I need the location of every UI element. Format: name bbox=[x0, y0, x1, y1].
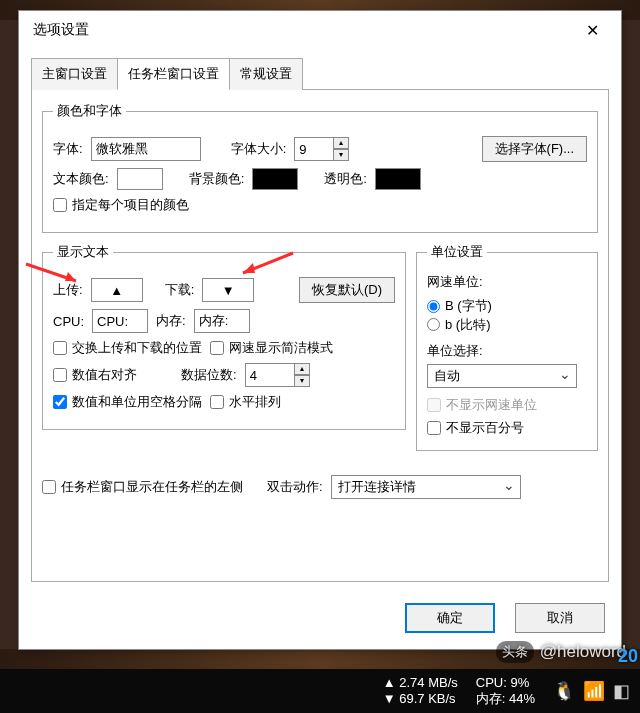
unit-byte-radio[interactable]: B (字节) bbox=[427, 297, 492, 315]
corner-number: 20 bbox=[618, 646, 638, 667]
right-align-checkbox[interactable]: 数值右对齐 bbox=[53, 366, 137, 384]
trans-color-label: 透明色: bbox=[324, 170, 367, 188]
font-size-label: 字体大小: bbox=[231, 140, 287, 158]
taskbar: ▲ 2.74 MB/s ▼ 69.7 KB/s CPU: 9% 内存: 44% … bbox=[0, 669, 640, 713]
digits-input[interactable] bbox=[245, 363, 295, 387]
double-click-label: 双击动作: bbox=[267, 478, 323, 496]
unit-select-label: 单位选择: bbox=[427, 342, 587, 360]
svg-marker-3 bbox=[243, 263, 255, 273]
taskbar-cpu: CPU: 9% bbox=[476, 675, 529, 691]
taskbar-sysinfo: CPU: 9% 内存: 44% bbox=[476, 675, 535, 707]
per-item-color-checkbox[interactable]: 指定每个项目的颜色 bbox=[53, 196, 189, 214]
cancel-button[interactable]: 取消 bbox=[515, 603, 605, 633]
watermark-prefix: 头条 bbox=[496, 641, 534, 663]
taskbar-netspeed: ▲ 2.74 MB/s ▼ 69.7 KB/s bbox=[383, 675, 458, 707]
taskbar-mem: 内存: 44% bbox=[476, 691, 535, 707]
cpu-input[interactable] bbox=[92, 309, 148, 333]
unit-bit-radio[interactable]: b (比特) bbox=[427, 316, 491, 334]
legend-color-font: 颜色和字体 bbox=[53, 102, 126, 120]
options-dialog: 选项设置 ✕ 主窗口设置 任务栏窗口设置 常规设置 颜色和字体 字体: 字体大小… bbox=[18, 10, 622, 650]
cpu-label: CPU: bbox=[53, 314, 84, 329]
swap-upload-download-checkbox[interactable]: 交换上传和下载的位置 bbox=[53, 339, 202, 357]
bg-color-swatch[interactable] bbox=[252, 168, 298, 190]
upload-label: 上传: bbox=[53, 281, 83, 299]
tab-taskbar-window[interactable]: 任务栏窗口设置 bbox=[117, 58, 230, 90]
unit-select[interactable]: 自动 bbox=[427, 364, 577, 388]
tab-panel: 颜色和字体 字体: 字体大小: ▴▾ 选择字体(F)... 文本颜色: bbox=[31, 90, 609, 582]
taskbar-download: ▼ 69.7 KB/s bbox=[383, 691, 456, 707]
fieldset-display-text: 显示文本 上传: 下载: 恢复默认(D) bbox=[42, 243, 406, 430]
font-input[interactable] bbox=[91, 137, 201, 161]
titlebar: 选项设置 ✕ bbox=[19, 11, 621, 49]
choose-font-button[interactable]: 选择字体(F)... bbox=[482, 136, 587, 162]
watermark-handle: @heloword bbox=[540, 642, 626, 662]
digits-label: 数据位数: bbox=[181, 366, 237, 384]
font-label: 字体: bbox=[53, 140, 83, 158]
mem-label: 内存: bbox=[156, 312, 186, 330]
download-input[interactable] bbox=[202, 278, 254, 302]
show-on-left-checkbox[interactable]: 任务栏窗口显示在任务栏的左侧 bbox=[42, 478, 243, 496]
space-separator-checkbox[interactable]: 数值和单位用空格分隔 bbox=[53, 393, 202, 411]
spin-up-icon[interactable]: ▴ bbox=[294, 363, 310, 375]
tray-penguin-icon[interactable]: 🐧 bbox=[553, 680, 575, 702]
hide-net-unit-checkbox[interactable]: 不显示网速单位 bbox=[427, 396, 537, 414]
net-unit-label: 网速单位: bbox=[427, 273, 587, 291]
svg-line-2 bbox=[243, 253, 293, 273]
spin-up-icon[interactable]: ▴ bbox=[333, 137, 349, 149]
text-color-swatch[interactable] bbox=[117, 168, 163, 190]
taskbar-upload: ▲ 2.74 MB/s bbox=[383, 675, 458, 691]
horizontal-layout-checkbox[interactable]: 水平排列 bbox=[210, 393, 281, 411]
font-size-input[interactable] bbox=[294, 137, 334, 161]
spin-down-icon[interactable]: ▾ bbox=[333, 149, 349, 161]
compact-netspeed-checkbox[interactable]: 网速显示简洁模式 bbox=[210, 339, 333, 357]
fieldset-color-font: 颜色和字体 字体: 字体大小: ▴▾ 选择字体(F)... 文本颜色: bbox=[42, 102, 598, 233]
digits-spinner[interactable]: ▴▾ bbox=[245, 363, 310, 387]
font-size-spinner[interactable]: ▴▾ bbox=[294, 137, 349, 161]
trans-color-swatch[interactable] bbox=[375, 168, 421, 190]
legend-display-text: 显示文本 bbox=[53, 243, 113, 261]
fieldset-unit-settings: 单位设置 网速单位: B (字节) b (比特) 单位选择: 自动 不显示网速单… bbox=[416, 243, 598, 451]
restore-default-button[interactable]: 恢复默认(D) bbox=[299, 277, 395, 303]
spin-down-icon[interactable]: ▾ bbox=[294, 375, 310, 387]
download-label: 下载: bbox=[165, 281, 195, 299]
hide-percent-checkbox[interactable]: 不显示百分号 bbox=[427, 419, 524, 437]
tray-network-icon[interactable]: 📶 bbox=[583, 680, 605, 702]
legend-unit-settings: 单位设置 bbox=[427, 243, 487, 261]
mem-input[interactable] bbox=[194, 309, 250, 333]
dialog-title: 选项设置 bbox=[33, 21, 89, 39]
tab-general[interactable]: 常规设置 bbox=[229, 58, 303, 90]
tab-main-window[interactable]: 主窗口设置 bbox=[31, 58, 118, 90]
close-icon[interactable]: ✕ bbox=[573, 15, 611, 45]
double-click-select[interactable]: 打开连接详情 bbox=[331, 475, 521, 499]
tab-strip: 主窗口设置 任务栏窗口设置 常规设置 bbox=[31, 57, 609, 90]
text-color-label: 文本颜色: bbox=[53, 170, 109, 188]
upload-input[interactable] bbox=[91, 278, 143, 302]
tray-app-icon[interactable]: ◧ bbox=[613, 680, 630, 702]
ok-button[interactable]: 确定 bbox=[405, 603, 495, 633]
watermark: 头条 @heloword bbox=[496, 641, 626, 663]
bg-color-label: 背景颜色: bbox=[189, 170, 245, 188]
